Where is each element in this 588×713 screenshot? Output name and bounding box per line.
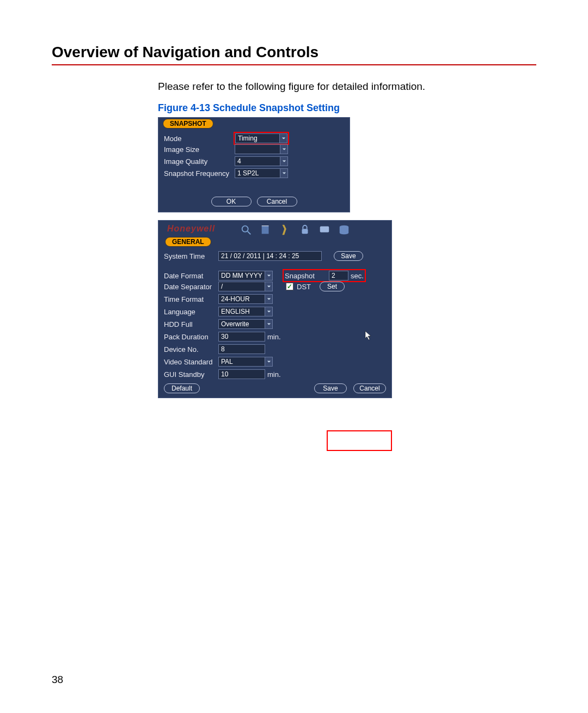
set-button[interactable]: Set bbox=[320, 282, 345, 291]
general-tab[interactable]: GENERAL bbox=[165, 237, 211, 247]
disk-icon[interactable] bbox=[338, 224, 350, 236]
dropdown-arrow-icon bbox=[265, 357, 272, 366]
gui-standby-field[interactable]: 10 bbox=[218, 369, 265, 379]
dropdown-arrow-icon bbox=[265, 307, 272, 316]
display-icon[interactable] bbox=[318, 224, 330, 236]
default-button[interactable]: Default bbox=[164, 383, 200, 393]
snapshot-value: 2 bbox=[332, 272, 335, 279]
general-panel: Honeywell GENERAL System Time 21 / 02 / … bbox=[158, 220, 392, 398]
svg-point-0 bbox=[242, 226, 248, 232]
section-title: Overview of Navigation and Controls bbox=[52, 44, 536, 61]
image-quality-label: Image Quality bbox=[164, 157, 235, 166]
time-format-dropdown[interactable]: 24-HOUR bbox=[218, 294, 273, 304]
snapshot-label: Snapshot bbox=[285, 272, 315, 280]
snapshot-unit: sec. bbox=[351, 272, 364, 280]
book-icon[interactable] bbox=[260, 224, 272, 236]
empty-highlight-box bbox=[327, 430, 392, 451]
tools-icon[interactable] bbox=[279, 224, 291, 236]
gui-standby-unit: min. bbox=[267, 370, 281, 379]
system-time-field[interactable]: 21 / 02 / 2011 | 14 : 24 : 25 bbox=[218, 251, 322, 261]
dropdown-arrow-icon bbox=[280, 145, 287, 154]
time-format-value: 24-HOUR bbox=[221, 295, 250, 303]
search-icon[interactable] bbox=[240, 224, 252, 236]
video-standard-dropdown[interactable]: PAL bbox=[218, 357, 273, 367]
system-time-value: 21 / 02 / 2011 | 14 : 24 : 25 bbox=[221, 252, 299, 260]
device-no-value: 8 bbox=[221, 345, 225, 353]
toolbar-icons bbox=[240, 224, 350, 236]
date-separator-label: Date Separator bbox=[164, 283, 218, 291]
image-size-dropdown[interactable] bbox=[235, 144, 288, 154]
dropdown-arrow-icon bbox=[280, 157, 287, 166]
svg-line-1 bbox=[248, 231, 251, 235]
date-format-dropdown[interactable]: DD MM YYYY bbox=[218, 271, 273, 281]
figure-caption: Figure 4-13 Schedule Snapshot Setting bbox=[158, 102, 536, 114]
snapshot-panel: SNAPSHOT Mode Timing Image Size I bbox=[158, 117, 350, 212]
gui-standby-label: GUI Standby bbox=[164, 370, 218, 379]
mode-value: Timing bbox=[238, 135, 258, 142]
language-label: Language bbox=[164, 308, 218, 316]
date-format-value: DD MM YYYY bbox=[221, 272, 262, 279]
pack-duration-field[interactable]: 30 bbox=[218, 332, 265, 342]
date-separator-value: / bbox=[221, 283, 223, 290]
ok-button[interactable]: OK bbox=[211, 197, 252, 206]
time-format-label: Time Format bbox=[164, 295, 218, 303]
snapshot-value-field[interactable]: 2 bbox=[329, 271, 348, 281]
video-standard-label: Video Standard bbox=[164, 358, 218, 366]
hdd-full-value: Overwrite bbox=[221, 320, 249, 328]
dropdown-arrow-icon bbox=[265, 295, 272, 303]
save-time-button[interactable]: Save bbox=[334, 251, 363, 261]
cancel-button-2[interactable]: Cancel bbox=[353, 383, 386, 393]
hdd-full-dropdown[interactable]: Overwrite bbox=[218, 319, 273, 329]
brand-logo: Honeywell bbox=[167, 224, 215, 234]
page-number: 38 bbox=[52, 674, 63, 686]
dropdown-arrow-icon bbox=[265, 282, 272, 291]
section-rule bbox=[52, 64, 536, 65]
dst-label: DST bbox=[297, 283, 311, 291]
pack-duration-unit: min. bbox=[267, 333, 281, 341]
cancel-button[interactable]: Cancel bbox=[257, 197, 297, 206]
cursor-icon bbox=[364, 331, 372, 340]
lock-icon[interactable] bbox=[299, 224, 311, 236]
date-format-label: Date Format bbox=[164, 272, 218, 280]
svg-rect-3 bbox=[320, 227, 329, 233]
snapshot-highlight: Snapshot 2 sec. bbox=[283, 269, 366, 282]
save-button[interactable]: Save bbox=[314, 383, 347, 393]
pack-duration-label: Pack Duration bbox=[164, 333, 218, 341]
hdd-full-label: HDD Full bbox=[164, 320, 218, 328]
language-dropdown[interactable]: ENGLISH bbox=[218, 307, 273, 316]
dropdown-arrow-icon bbox=[279, 134, 287, 143]
image-quality-value: 4 bbox=[237, 157, 241, 165]
dropdown-arrow-icon bbox=[265, 271, 272, 280]
mode-dropdown[interactable]: Timing bbox=[235, 133, 287, 143]
image-size-label: Image Size bbox=[164, 145, 235, 154]
gui-standby-value: 10 bbox=[221, 370, 228, 378]
snapshot-frequency-label: Snapshot Frequency bbox=[164, 169, 235, 178]
video-standard-value: PAL bbox=[221, 358, 233, 365]
system-time-label: System Time bbox=[164, 252, 218, 260]
date-separator-dropdown[interactable]: / bbox=[218, 282, 273, 291]
mode-highlight: Timing bbox=[234, 132, 289, 145]
intro-paragraph: Please refer to the following figure for… bbox=[158, 81, 536, 93]
dropdown-arrow-icon bbox=[280, 169, 287, 178]
snapshot-frequency-dropdown[interactable]: 1 SP2L bbox=[235, 168, 288, 178]
pack-duration-value: 30 bbox=[221, 333, 228, 340]
mode-label: Mode bbox=[164, 135, 234, 143]
image-quality-dropdown[interactable]: 4 bbox=[235, 156, 288, 166]
dst-checkbox[interactable]: ✓ bbox=[286, 283, 293, 290]
device-no-label: Device No. bbox=[164, 345, 218, 354]
device-no-field[interactable]: 8 bbox=[218, 344, 265, 354]
svg-rect-2 bbox=[302, 229, 308, 234]
snapshot-tab[interactable]: SNAPSHOT bbox=[163, 119, 213, 129]
language-value: ENGLISH bbox=[221, 308, 250, 315]
snapshot-frequency-value: 1 SP2L bbox=[237, 169, 259, 177]
dropdown-arrow-icon bbox=[265, 320, 272, 328]
